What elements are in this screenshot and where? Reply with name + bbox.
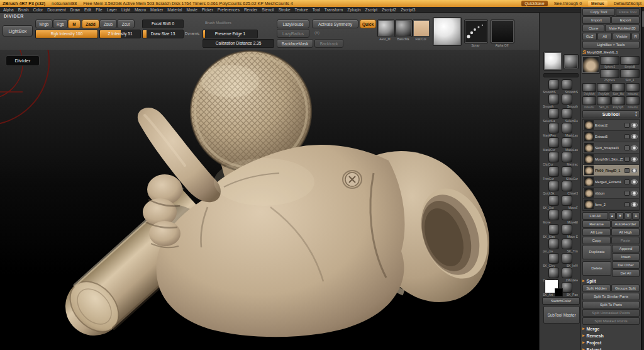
- all-low-button[interactable]: All Low: [582, 229, 611, 236]
- menu-alpha[interactable]: Alpha: [3, 8, 14, 12]
- menu-edit[interactable]: Edit: [84, 8, 91, 12]
- merge-section-header[interactable]: ▸ Merge: [582, 325, 640, 332]
- brush-icon[interactable]: [562, 94, 572, 104]
- tool-thumbnail[interactable]: [626, 83, 640, 92]
- brush-icon[interactable]: [548, 224, 559, 235]
- calibration-distance-slider[interactable]: Calibration Distance 2.35: [203, 39, 274, 48]
- del-other-button[interactable]: Del Other: [612, 261, 640, 269]
- menu-picker[interactable]: Picker: [202, 8, 213, 12]
- brush-icon[interactable]: [548, 210, 559, 220]
- visibility-eye-icon[interactable]: [631, 134, 638, 139]
- panel-scrollbar[interactable]: [641, 7, 644, 350]
- material-thumbnail[interactable]: [377, 20, 395, 37]
- visibility-eye-icon[interactable]: [631, 157, 638, 162]
- lazymouse-button[interactable]: LazyMouse: [277, 20, 309, 28]
- insert-button[interactable]: Insert: [612, 253, 640, 261]
- tool-thumbnail[interactable]: [582, 83, 596, 92]
- draw-size-slider[interactable]: Draw Size 13: [142, 30, 184, 38]
- visibility-eye-icon[interactable]: [631, 168, 638, 173]
- brush-icon[interactable]: [548, 239, 559, 249]
- material-thumbnail[interactable]: [413, 20, 430, 37]
- menu-tool[interactable]: Tool: [313, 8, 320, 12]
- backfacemask-button[interactable]: BackfaceMask: [277, 39, 313, 48]
- export-button[interactable]: Export: [611, 16, 640, 24]
- brush-icon[interactable]: [562, 152, 572, 162]
- menu-marker[interactable]: Marker: [150, 8, 163, 12]
- paint-icon[interactable]: [625, 168, 630, 173]
- menu-zscript[interactable]: Zscript: [365, 8, 378, 12]
- rgb-intensity-slider[interactable]: Rgb Intensity 100: [35, 30, 98, 38]
- brush-icon[interactable]: [548, 152, 559, 162]
- subtool-master-button[interactable]: SubTool Master: [543, 306, 580, 324]
- brush-icon[interactable]: [562, 253, 572, 264]
- switch-color-button[interactable]: SwitchColor: [542, 297, 580, 305]
- menu-macro[interactable]: Macro: [135, 8, 146, 12]
- tool-thumbnail[interactable]: [620, 69, 640, 78]
- subtool-row[interactable]: Extract5: [583, 131, 639, 142]
- all-high-button[interactable]: All High: [611, 229, 640, 236]
- z-intensity-slider[interactable]: Z Intensity 51: [99, 30, 141, 38]
- import-button[interactable]: Import: [582, 16, 611, 24]
- move-top-icon[interactable]: ⇈: [625, 212, 632, 220]
- tool-thumbnail[interactable]: [597, 83, 611, 92]
- tool-thumbnail[interactable]: [600, 69, 619, 78]
- subtool-row[interactable]: Skirt_hmaptail3: [583, 142, 639, 154]
- subtool-row[interactable]: ribbon: [583, 188, 639, 199]
- groups-split-button[interactable]: Groups Split: [611, 285, 640, 292]
- active-tool-thumbnail[interactable]: [582, 56, 599, 73]
- document-tab[interactable]: Divider: [6, 55, 40, 66]
- stroke-thumbnail[interactable]: [464, 20, 488, 43]
- goz-button[interactable]: GoZ: [582, 33, 597, 40]
- quick-button[interactable]: Quick: [360, 20, 376, 28]
- tool-thumbnail[interactable]: [611, 83, 625, 92]
- brush-icon[interactable]: [548, 166, 559, 177]
- subtool-row[interactable]: Item_2: [583, 199, 639, 210]
- brush-icon[interactable]: [548, 181, 559, 191]
- visibility-eye-icon[interactable]: [631, 145, 638, 150]
- menu-brush[interactable]: Brush: [18, 8, 29, 12]
- subtool-row[interactable]: Extract2: [583, 120, 639, 131]
- move-bottom-icon[interactable]: ⇊: [632, 212, 640, 220]
- visibility-eye-icon[interactable]: [631, 191, 638, 196]
- tool-thumbnail[interactable]: [597, 96, 611, 105]
- zcut-button[interactable]: Zcut: [117, 20, 135, 28]
- brush-icon[interactable]: [548, 123, 559, 133]
- visibility-eye-icon[interactable]: [631, 179, 638, 184]
- brush-icon[interactable]: [548, 108, 559, 119]
- tool-thumbnail[interactable]: [620, 56, 640, 65]
- brush-icon[interactable]: [548, 137, 559, 148]
- menu-light[interactable]: Light: [121, 8, 130, 12]
- preserve-edge-slider[interactable]: Preserve Edge 1: [203, 30, 258, 38]
- menu-draw[interactable]: Draw: [70, 8, 80, 12]
- menu-stroke[interactable]: Stroke: [279, 8, 291, 12]
- quicksave-button[interactable]: QuickSave: [521, 1, 547, 6]
- symmetry-x-axis-toggle[interactable]: (X): [314, 31, 319, 35]
- subtool-row[interactable]: MorphGrl_Skin_ZSphere_1: [583, 154, 639, 165]
- paint-icon[interactable]: [625, 123, 630, 128]
- focal-shift-slider[interactable]: Focal Shift 0: [142, 20, 184, 28]
- menu-color[interactable]: Color: [33, 8, 43, 12]
- brush-icon[interactable]: [562, 123, 572, 133]
- move-down-icon[interactable]: ▼: [616, 212, 624, 220]
- zadd-button[interactable]: Zadd: [82, 20, 99, 28]
- lightbox-tools-button[interactable]: LightBox > Tools: [582, 41, 640, 48]
- menu-document[interactable]: Document: [47, 8, 66, 12]
- visibility-eye-icon[interactable]: [631, 202, 638, 207]
- paint-icon[interactable]: [625, 145, 630, 150]
- brush-icon[interactable]: [562, 181, 572, 191]
- menus-button[interactable]: Menus: [588, 1, 608, 6]
- copy-tool-button[interactable]: Copy Tool: [582, 8, 615, 16]
- project-section-header[interactable]: ▸ Project: [582, 339, 640, 346]
- rgb-button[interactable]: Rgb: [53, 20, 68, 28]
- split-section-header[interactable]: ▸ Split: [582, 278, 640, 284]
- brush-icon[interactable]: [548, 195, 559, 206]
- menu-zscript2[interactable]: Zscript2: [382, 8, 396, 12]
- remesh-section-header[interactable]: ▸ Remesh: [582, 332, 640, 339]
- brush-icon[interactable]: [562, 282, 572, 293]
- brush-icon[interactable]: [562, 108, 572, 119]
- see-through-toggle[interactable]: See-through 0: [554, 1, 582, 6]
- m-button[interactable]: M: [68, 20, 80, 28]
- menu-stencil[interactable]: Stencil: [262, 8, 274, 12]
- duplicate-button[interactable]: Duplicate: [582, 245, 611, 259]
- goz-visible-button[interactable]: Visible: [613, 33, 631, 40]
